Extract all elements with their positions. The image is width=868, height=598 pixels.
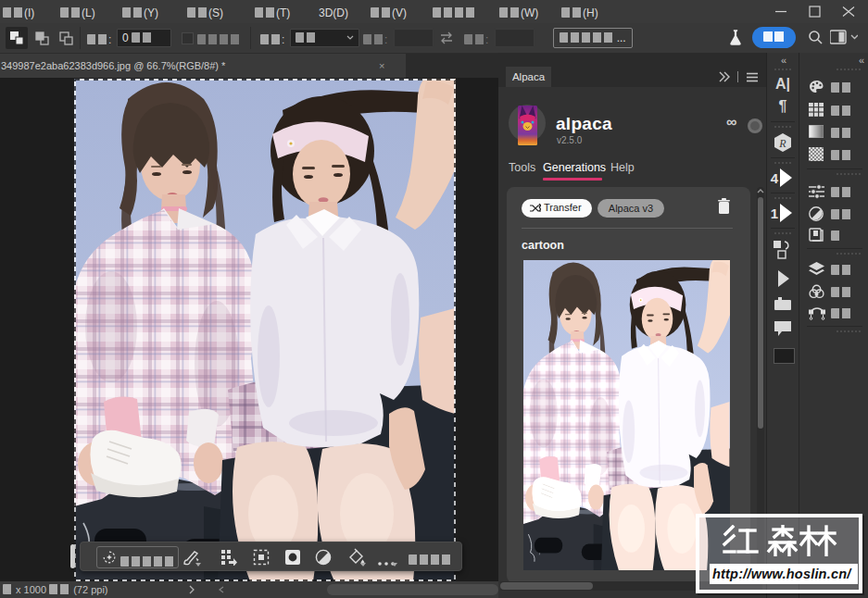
svg-text:R: R: [778, 137, 786, 150]
svg-text:1: 1: [771, 206, 778, 221]
svg-text:4: 4: [771, 170, 779, 186]
